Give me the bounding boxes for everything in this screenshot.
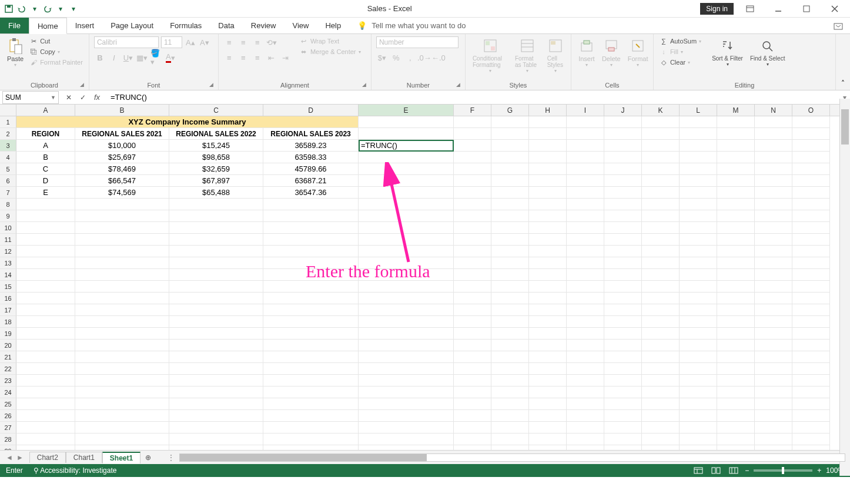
cell[interactable] xyxy=(755,210,792,222)
cell[interactable] xyxy=(529,234,567,246)
row-header[interactable]: 20 xyxy=(0,340,16,351)
cell[interactable] xyxy=(567,199,604,210)
cell[interactable] xyxy=(792,293,830,304)
row-header[interactable]: 7 xyxy=(0,187,16,199)
cell[interactable] xyxy=(642,222,680,234)
cell[interactable] xyxy=(680,434,717,445)
cell[interactable] xyxy=(755,316,792,328)
cell[interactable] xyxy=(75,269,169,281)
format-painter-button[interactable]: 🖌Format Painter xyxy=(28,58,84,67)
cell[interactable] xyxy=(717,293,755,304)
cell[interactable] xyxy=(567,387,604,398)
sheet-tab-chart2[interactable]: Chart2 xyxy=(29,452,66,463)
cell[interactable] xyxy=(529,140,567,152)
cell[interactable] xyxy=(529,246,567,257)
cell[interactable] xyxy=(642,293,680,304)
increase-indent-icon[interactable]: ⇥ xyxy=(280,52,292,63)
cell[interactable] xyxy=(529,175,567,187)
cell[interactable] xyxy=(792,445,830,450)
cell[interactable] xyxy=(169,434,263,445)
increase-font-icon[interactable]: A▴ xyxy=(185,36,196,48)
cell[interactable] xyxy=(16,257,75,269)
cell[interactable] xyxy=(169,246,263,257)
cell[interactable] xyxy=(454,222,491,234)
cell[interactable]: $25,697 xyxy=(75,152,169,163)
cell[interactable] xyxy=(755,328,792,340)
cell[interactable] xyxy=(491,398,529,410)
cell[interactable] xyxy=(717,410,755,422)
increase-decimal-icon[interactable]: .0→ xyxy=(419,52,430,63)
sort-filter-button[interactable]: Sort & Filter▾ xyxy=(710,36,745,68)
cell[interactable] xyxy=(642,422,680,434)
cell[interactable] xyxy=(169,316,263,328)
cell[interactable] xyxy=(604,152,642,163)
cell[interactable] xyxy=(604,316,642,328)
cell[interactable] xyxy=(491,234,529,246)
cell[interactable] xyxy=(755,387,792,398)
cell[interactable] xyxy=(263,199,359,210)
zoom-in-icon[interactable]: + xyxy=(817,466,821,475)
cell[interactable] xyxy=(604,269,642,281)
cell[interactable] xyxy=(567,116,604,128)
conditional-formatting-button[interactable]: Conditional Formatting▾ xyxy=(470,36,510,75)
clear-button[interactable]: ◇Clear ▾ xyxy=(658,58,702,67)
cell[interactable]: C xyxy=(16,163,75,175)
cell[interactable] xyxy=(680,152,717,163)
cell[interactable] xyxy=(755,340,792,351)
cell[interactable] xyxy=(680,398,717,410)
cell[interactable] xyxy=(263,222,359,234)
cell[interactable] xyxy=(567,434,604,445)
cell[interactable] xyxy=(169,234,263,246)
cell[interactable] xyxy=(75,387,169,398)
cell[interactable] xyxy=(604,293,642,304)
cell[interactable] xyxy=(16,422,75,434)
cell[interactable] xyxy=(792,234,830,246)
cell[interactable] xyxy=(792,140,830,152)
row-header[interactable]: 25 xyxy=(0,398,16,410)
cell[interactable] xyxy=(359,281,454,293)
cell[interactable]: 63598.33 xyxy=(263,152,359,163)
cell[interactable]: REGION xyxy=(16,128,75,140)
cell[interactable] xyxy=(567,140,604,152)
cell[interactable] xyxy=(75,281,169,293)
row-header[interactable]: 13 xyxy=(0,257,16,269)
cell[interactable] xyxy=(454,316,491,328)
cell[interactable] xyxy=(16,398,75,410)
cell[interactable] xyxy=(359,363,454,375)
cell[interactable] xyxy=(604,210,642,222)
cell[interactable] xyxy=(755,116,792,128)
cell[interactable] xyxy=(491,152,529,163)
cell[interactable] xyxy=(792,375,830,387)
cell[interactable] xyxy=(755,434,792,445)
cell[interactable] xyxy=(359,422,454,434)
cell[interactable] xyxy=(717,328,755,340)
cell[interactable] xyxy=(454,304,491,316)
autosum-button[interactable]: ∑AutoSum ▾ xyxy=(658,36,702,46)
cell[interactable] xyxy=(680,363,717,375)
cell[interactable] xyxy=(169,269,263,281)
cell[interactable] xyxy=(75,445,169,450)
page-break-view-icon[interactable] xyxy=(727,466,740,475)
cell[interactable] xyxy=(491,175,529,187)
cell[interactable] xyxy=(604,128,642,140)
italic-button[interactable]: I xyxy=(108,52,120,63)
fx-icon[interactable]: fx xyxy=(92,93,102,102)
cell[interactable] xyxy=(16,210,75,222)
cell[interactable] xyxy=(16,281,75,293)
select-all-corner[interactable] xyxy=(0,105,16,116)
cell[interactable]: 36547.36 xyxy=(263,187,359,199)
cell[interactable] xyxy=(792,257,830,269)
cell[interactable] xyxy=(792,116,830,128)
cell[interactable] xyxy=(604,445,642,450)
cell[interactable] xyxy=(604,116,642,128)
cell[interactable] xyxy=(604,304,642,316)
cell[interactable] xyxy=(567,410,604,422)
tab-formulas[interactable]: Formulas xyxy=(162,18,210,33)
cell[interactable] xyxy=(567,246,604,257)
number-format-combo[interactable] xyxy=(376,36,459,48)
underline-button[interactable]: U▾ xyxy=(122,52,134,63)
cell[interactable] xyxy=(263,340,359,351)
cell[interactable] xyxy=(454,328,491,340)
cell[interactable] xyxy=(717,116,755,128)
cell[interactable] xyxy=(717,199,755,210)
